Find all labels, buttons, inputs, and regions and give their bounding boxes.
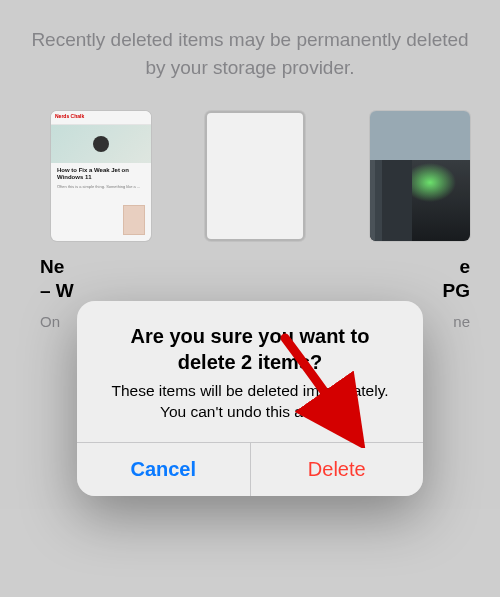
dialog-message: These items will be deleted immediately.… xyxy=(99,381,401,423)
delete-button[interactable]: Delete xyxy=(250,443,424,496)
dialog-title: Are you sure you want to delete 2 items? xyxy=(99,323,401,375)
confirm-delete-dialog: Are you sure you want to delete 2 items?… xyxy=(77,301,423,497)
dialog-button-row: Cancel Delete xyxy=(77,442,423,496)
cancel-button[interactable]: Cancel xyxy=(77,443,250,496)
dialog-backdrop: Are you sure you want to delete 2 items?… xyxy=(0,0,500,597)
